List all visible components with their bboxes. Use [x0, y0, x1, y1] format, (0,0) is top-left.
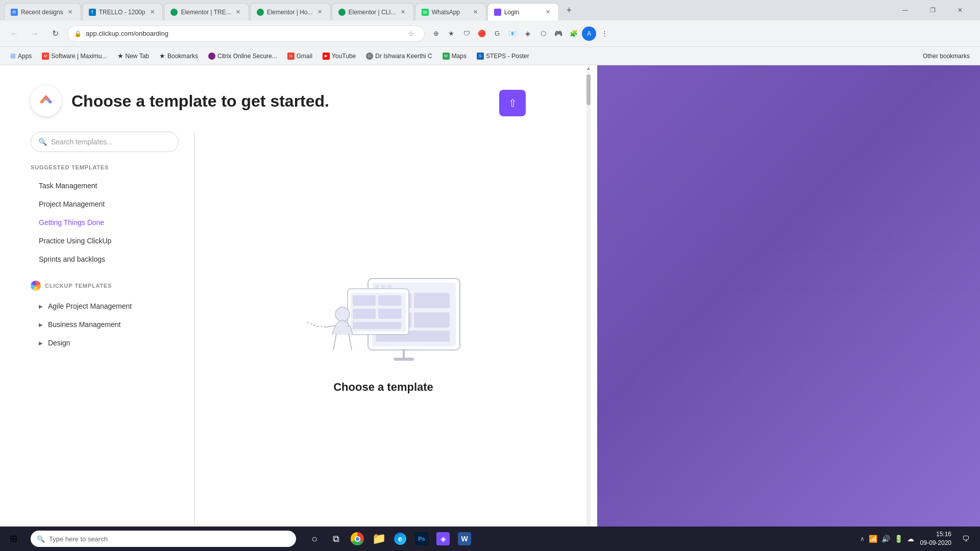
extension-icon-7[interactable]: ◈: [521, 27, 535, 41]
bookmark-youtube[interactable]: ▶ YouTube: [318, 51, 360, 62]
bookmark-software[interactable]: M Software | Maximu...: [38, 51, 111, 62]
category-design[interactable]: ▶ Design: [31, 334, 179, 352]
svg-rect-17: [403, 349, 405, 358]
star-url-icon[interactable]: ☆: [404, 27, 418, 41]
browser-frame: R Recent designs ✕ T TRELLO - 1200p ✕ El…: [0, 0, 980, 551]
template-item-sprints[interactable]: Sprints and backlogs: [31, 250, 179, 268]
tab-elementor-3[interactable]: Elementor | CLI... ✕: [332, 3, 414, 20]
scroll-thumb[interactable]: [586, 74, 591, 105]
show-hidden-icons[interactable]: ∧: [860, 535, 865, 542]
bookmark-newtab-label: New Tab: [126, 53, 149, 60]
new-tab-button[interactable]: +: [562, 3, 576, 17]
suggested-templates-label: SUGGESTED TEMPLATES: [31, 164, 179, 170]
notification-icon: 🗨: [962, 535, 969, 543]
extension-icon-5[interactable]: G: [490, 27, 504, 41]
extension-icon-2[interactable]: ★: [444, 27, 458, 41]
bookmark-gmail-label: Gmail: [297, 53, 312, 60]
forward-button[interactable]: →: [27, 26, 43, 42]
extension-icon-8[interactable]: ⬡: [536, 27, 550, 41]
notification-button[interactable]: 🗨: [958, 531, 974, 547]
svg-point-19: [335, 307, 350, 321]
extension-icon-6[interactable]: 📧: [505, 27, 520, 41]
taskbar-cortana[interactable]: ○: [304, 527, 325, 551]
bookmark-steps[interactable]: S STEPS - Poster: [473, 51, 533, 62]
url-bar[interactable]: 🔒 app.clickup.com/onboarding ☆: [67, 26, 425, 42]
bookmark-citrix[interactable]: Citrix Online Secure...: [204, 51, 281, 62]
bookmark-bookmarks-label: Bookmarks: [167, 53, 198, 60]
menu-icon[interactable]: ⋮: [597, 27, 611, 41]
bookmark-newtab[interactable]: ★ New Tab: [113, 50, 153, 62]
bookmark-maps[interactable]: M Maps: [438, 51, 471, 62]
url-text: app.clickup.com/onboarding: [86, 30, 400, 37]
extension-icon-10[interactable]: 🧩: [567, 27, 581, 41]
category-agile[interactable]: ▶ Agile Project Management: [31, 297, 179, 315]
extension-icon-4[interactable]: 🔴: [475, 27, 489, 41]
wifi-icon[interactable]: 🔊: [881, 535, 890, 543]
reload-button[interactable]: ↻: [47, 26, 63, 42]
profile-avatar[interactable]: A: [582, 27, 596, 41]
tab-trello[interactable]: T TRELLO - 1200p ✕: [82, 3, 163, 20]
taskbar-word[interactable]: W: [454, 527, 475, 551]
tab-close-5[interactable]: ✕: [399, 8, 407, 16]
maximize-button[interactable]: ❐: [921, 3, 944, 18]
back-button[interactable]: ←: [6, 26, 22, 42]
page-header: Choose a template to get started.: [31, 86, 567, 116]
taskbar: ⊞ 🔍 Type here to search ○ ⧉ 📁 e: [0, 527, 980, 551]
bookmark-dr[interactable]: C Dr Ishwara Keerthi C: [362, 51, 436, 62]
taskbar-edge[interactable]: e: [390, 527, 410, 551]
taskbar-taskview[interactable]: ⧉: [326, 527, 346, 551]
tab-elementor-1[interactable]: Elementor | TRE... ✕: [164, 3, 249, 20]
start-button[interactable]: ⊞: [0, 527, 27, 551]
scroll-to-top-button[interactable]: ⇧: [499, 90, 526, 116]
close-button[interactable]: ✕: [948, 3, 972, 18]
template-item-gtd[interactable]: Getting Things Done: [31, 213, 179, 232]
clickup-taskbar-icon: ◈: [436, 532, 450, 545]
other-bookmarks[interactable]: Other bookmarks: [919, 51, 974, 62]
tab-close-2[interactable]: ✕: [148, 8, 156, 16]
tab-whatsapp[interactable]: W WhatsApp ✕: [415, 3, 486, 20]
tab-title-6: WhatsApp: [432, 9, 469, 16]
bookmark-bookmarks[interactable]: ★ Bookmarks: [155, 50, 202, 62]
tab-elementor-2[interactable]: Elementor | Ho... ✕: [250, 3, 331, 20]
clickup-templates-label: CLICKUP TEMPLATES: [45, 283, 112, 289]
taskbar-search-text: Type here to search: [49, 535, 108, 543]
tab-close-6[interactable]: ✕: [472, 8, 480, 16]
cu-logo-icon: [31, 281, 41, 291]
extension-icon-1[interactable]: ⊕: [429, 27, 443, 41]
taskbar-search[interactable]: 🔍 Type here to search: [31, 531, 296, 547]
extension-icon-9[interactable]: 🎮: [551, 27, 566, 41]
tab-recent-designs[interactable]: R Recent designs ✕: [4, 3, 81, 20]
tab-close-1[interactable]: ✕: [66, 8, 75, 16]
scroll-up-arrow[interactable]: ▲: [586, 65, 591, 71]
network-icon[interactable]: 📶: [869, 535, 877, 543]
bookmark-apps[interactable]: ⊞ Apps: [6, 50, 36, 62]
extension-icon-3[interactable]: 🛡: [459, 27, 474, 41]
battery-icon[interactable]: ☁: [907, 535, 914, 543]
tab-close-7[interactable]: ✕: [544, 8, 552, 16]
clock-area[interactable]: 15:16 09-09-2020: [916, 530, 955, 547]
template-item-project[interactable]: Project Management: [31, 195, 179, 213]
preview-label: Choose a template: [333, 381, 433, 394]
category-design-label: Design: [48, 339, 70, 347]
volume-icon[interactable]: 🔋: [894, 535, 903, 543]
taskbar-right: ∧ 📶 🔊 🔋 ☁ 15:16 09-09-2020 🗨: [860, 530, 980, 547]
taskbar-ps[interactable]: Ps: [411, 527, 432, 551]
tab-title-2: TRELLO - 1200p: [99, 9, 145, 16]
taskbar-explorer[interactable]: 📁: [369, 527, 389, 551]
bm-maps-icon: M: [443, 53, 450, 60]
tab-favicon-1: R: [11, 9, 18, 16]
category-business[interactable]: ▶ Business Management: [31, 315, 179, 334]
bm-citrix-icon: [208, 53, 215, 60]
tab-login[interactable]: Login ✕: [487, 3, 559, 20]
template-item-task[interactable]: Task Management: [31, 177, 179, 195]
search-templates[interactable]: 🔍 Search templates...: [31, 132, 179, 152]
template-item-practice[interactable]: Practice Using ClickUp: [31, 232, 179, 250]
clickup-logo: [31, 86, 61, 116]
taskbar-chrome[interactable]: [347, 527, 368, 551]
tab-close-3[interactable]: ✕: [234, 8, 242, 16]
tab-close-4[interactable]: ✕: [316, 8, 324, 16]
minimize-button[interactable]: —: [893, 3, 917, 18]
cortana-icon: ○: [311, 533, 317, 545]
taskbar-clickup[interactable]: ◈: [433, 527, 453, 551]
bookmark-gmail[interactable]: G Gmail: [283, 51, 316, 62]
